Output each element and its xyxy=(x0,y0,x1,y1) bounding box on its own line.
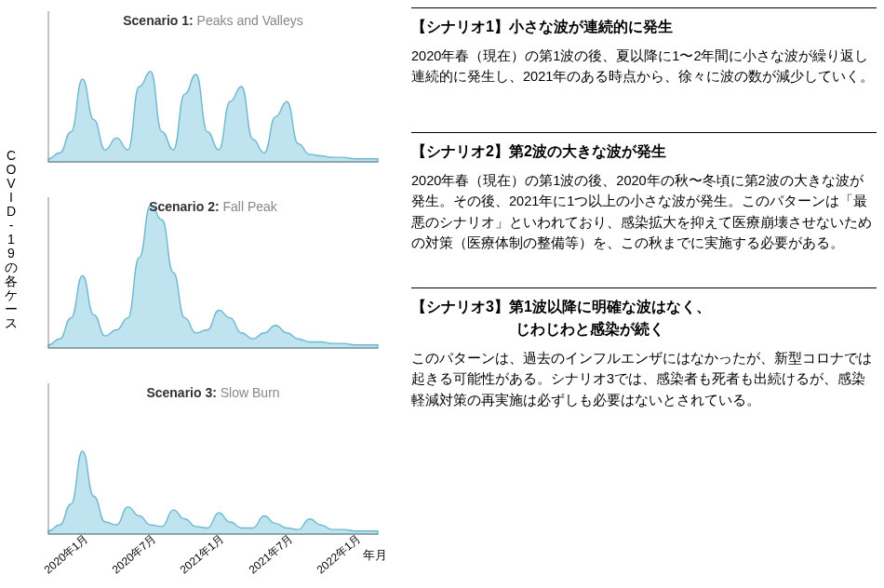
y-axis-label: COVID-19の各ケース xyxy=(4,149,19,330)
chart-panel-1: Scenario 1: Peaks and Valleys xyxy=(41,7,385,167)
chart-title-thin: Fall Peak xyxy=(220,199,277,214)
chart-title-thin: Peaks and Valleys xyxy=(194,13,303,28)
section-2-body: 2020年春（現在）の第1波の後、2020年の秋〜冬頃に第2波の大きな波が発生。… xyxy=(411,170,877,254)
section-2: 【シナリオ2】第2波の大きな波が発生 2020年春（現在）の第1波の後、2020… xyxy=(411,132,877,254)
chart-title-strong: Scenario 3: xyxy=(146,385,216,400)
section-1: 【シナリオ1】小さな波が連続的に発生 2020年春（現在）の第1波の後、夏以降に… xyxy=(411,7,877,87)
scenario-2-chart xyxy=(41,194,385,354)
chart-title-1: Scenario 1: Peaks and Valleys xyxy=(41,13,385,28)
divider xyxy=(411,287,877,288)
section-3-body: このパターンは、過去のインフルエンザにはなかったが、新型コロナでは起きる可能性が… xyxy=(411,348,877,410)
divider xyxy=(411,132,877,133)
chart-title-3: Scenario 3: Slow Burn xyxy=(41,385,385,400)
x-axis-unit: 年月 xyxy=(363,547,387,564)
x-axis-labels: 2020年1月2020年7月2021年1月2021年7月2022年1月年月 xyxy=(37,540,409,584)
charts-column: Scenario 1: Peaks and Valleys Scenario 2… xyxy=(41,7,385,566)
section-3: 【シナリオ3】第1波以降に明確な波はなく、 じわじわと感染が続く このパターンは… xyxy=(411,287,877,410)
scenario-3-chart xyxy=(41,380,385,540)
section-1-title: 【シナリオ1】小さな波が連続的に発生 xyxy=(411,16,877,38)
chart-panel-2: Scenario 2: Fall Peak xyxy=(41,194,385,354)
section-3-title: 【シナリオ3】第1波以降に明確な波はなく、 じわじわと感染が続く xyxy=(411,296,877,341)
chart-title-strong: Scenario 2: xyxy=(149,199,219,214)
section-2-title: 【シナリオ2】第2波の大きな波が発生 xyxy=(411,140,877,163)
scenario-1-chart xyxy=(41,7,385,167)
chart-panel-3: Scenario 3: Slow Burn xyxy=(41,380,385,540)
chart-title-thin: Slow Burn xyxy=(217,385,280,400)
section-1-body: 2020年春（現在）の第1波の後、夏以降に1〜2年間に小さな波が繰り返し連続的に… xyxy=(411,46,877,87)
text-column: 【シナリオ1】小さな波が連続的に発生 2020年春（現在）の第1波の後、夏以降に… xyxy=(411,7,877,438)
divider xyxy=(411,7,877,8)
chart-title-strong: Scenario 1: xyxy=(123,13,193,28)
chart-title-2: Scenario 2: Fall Peak xyxy=(41,199,385,214)
